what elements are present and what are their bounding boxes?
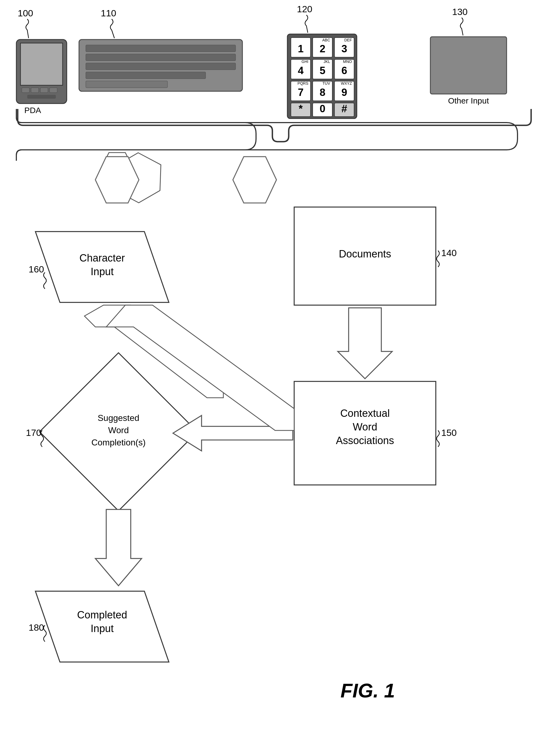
pda-label: PDA — [24, 106, 41, 115]
key-4-text: 4 — [298, 65, 303, 76]
top-arrow-right — [233, 157, 277, 203]
keyboard-row5 — [86, 81, 167, 88]
completed-text2: Input — [91, 623, 114, 634]
key-2-sub: ABC — [322, 38, 330, 42]
key-1-text: 1 — [298, 43, 303, 55]
ref-120: 120 — [297, 4, 313, 14]
key-5-text: 5 — [320, 65, 325, 76]
wavy-140-line — [437, 251, 439, 267]
wavy-130 — [460, 18, 463, 35]
pda-bottom-bar — [27, 95, 56, 99]
arrow-swc-to-completed — [95, 510, 142, 586]
swc-text3: Completion(s) — [91, 438, 145, 447]
key-2-text: 2 — [320, 43, 325, 55]
wavy-110 — [110, 19, 114, 38]
diagram-svg: 100 PDA 110 120 — [0, 0, 560, 756]
ref-180: 180 — [28, 622, 44, 633]
cwa-shape — [294, 381, 436, 485]
cwa-text1: Contextual — [340, 407, 390, 419]
pda-btn1 — [22, 88, 29, 93]
pda-btn4 — [49, 88, 57, 93]
keyboard-row3 — [86, 63, 236, 70]
other-input-label: Other Input — [448, 96, 489, 105]
wavy-160-line — [44, 273, 46, 289]
pda-screen-fill — [21, 44, 62, 84]
brace-devices — [18, 109, 531, 142]
brace-full — [16, 109, 518, 161]
documents-text: Documents — [339, 248, 391, 260]
key-6-text: 6 — [341, 65, 347, 76]
cwa-text2: Word — [353, 421, 377, 433]
key-5-sub: JKL — [324, 59, 330, 64]
cwa-text3: Associations — [336, 435, 394, 446]
pda-btn3 — [40, 88, 48, 93]
key-0-text: 0 — [320, 103, 325, 115]
keyboard-row4 — [86, 72, 206, 79]
ref-140: 140 — [441, 247, 457, 258]
fig-label: FIG. 1 — [340, 680, 395, 701]
ref-130: 130 — [452, 6, 468, 17]
key-9-sub: WXYZ — [341, 81, 352, 85]
swc-text2: Word — [108, 425, 129, 435]
keyboard-row1 — [86, 45, 236, 52]
key-hash-text: # — [341, 103, 347, 115]
completed-text1: Completed — [77, 609, 127, 621]
key-8-sub: TUV — [322, 81, 331, 85]
char-input-text2: Input — [91, 266, 114, 277]
char-input-text1: Character — [80, 252, 125, 264]
brace-left — [16, 109, 256, 161]
page: 100 PDA 110 120 — [0, 0, 560, 756]
wavy-100 — [26, 19, 28, 38]
ref-160: 160 — [28, 264, 44, 274]
key-4-sub: GHI — [301, 59, 308, 64]
arrow-doc-to-cwa — [338, 308, 392, 379]
key-9-text: 9 — [341, 87, 347, 98]
ref-150: 150 — [441, 427, 457, 438]
key-7-text: 7 — [298, 87, 303, 98]
other-input-body — [431, 37, 507, 94]
key-8-text: 8 — [320, 87, 325, 98]
ref-100: 100 — [18, 8, 33, 18]
key-star-text: * — [299, 103, 303, 115]
ref-170: 170 — [26, 427, 41, 438]
wavy-150-line — [437, 431, 439, 447]
keyboard-row2 — [86, 54, 236, 61]
key-7-sub: PQRS — [297, 81, 308, 85]
key-6-sub: MNO — [343, 59, 352, 64]
swc-text1: Suggested — [98, 413, 139, 423]
key-3-sub: DEF — [344, 38, 352, 42]
wavy-120 — [305, 15, 308, 33]
key-3-text: 3 — [341, 43, 347, 55]
pda-btn2 — [31, 88, 39, 93]
ref-110: 110 — [101, 8, 116, 18]
